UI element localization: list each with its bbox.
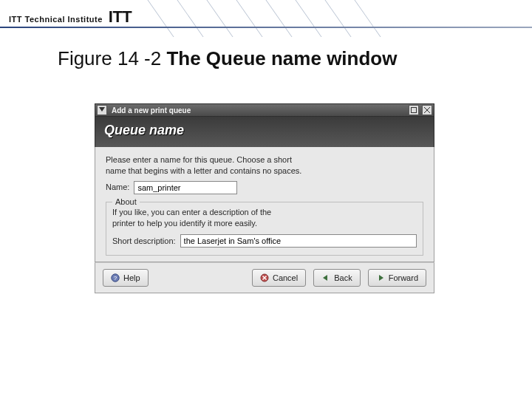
name-input[interactable] — [134, 181, 237, 194]
about-line-2: printer to help you identify it more eas… — [112, 218, 417, 229]
brand: ITT Technical Institute ITT — [9, 7, 132, 27]
brand-bar: ITT Technical Institute ITT — [0, 0, 532, 34]
cancel-button[interactable]: Cancel — [252, 269, 306, 287]
svg-marker-0 — [99, 107, 105, 112]
dialog-body: Please enter a name for this queue. Choo… — [95, 147, 434, 262]
svg-marker-10 — [379, 275, 383, 281]
brand-small-text: ITT Technical Institute — [9, 15, 103, 24]
forward-icon — [376, 273, 385, 282]
maximize-icon[interactable] — [409, 105, 419, 115]
brand-big-text: ITT — [109, 7, 132, 27]
desc-label: Short description: — [112, 236, 176, 247]
name-row: Name: — [106, 181, 423, 194]
dialog-header-title: Queue name — [104, 123, 425, 138]
decorative-slashes — [155, 0, 406, 37]
desc-input[interactable] — [180, 234, 417, 248]
cancel-button-label: Cancel — [273, 273, 298, 282]
caption-prefix: Figure 14 -2 — [58, 47, 166, 69]
help-button-label: Help — [123, 273, 140, 282]
dialog-footer: ? Help Cancel Back Forward — [95, 262, 434, 293]
svg-rect-1 — [412, 108, 417, 113]
name-label: Name: — [106, 182, 129, 193]
header-rule — [0, 27, 532, 28]
svg-text:?: ? — [114, 275, 117, 282]
caption-bold: The Queue name window — [166, 47, 397, 69]
svg-marker-9 — [323, 275, 327, 281]
back-icon — [321, 273, 330, 282]
forward-button-label: Forward — [389, 273, 418, 282]
dialog-header: Queue name — [95, 117, 434, 147]
about-line-1: If you like, you can enter a description… — [112, 207, 417, 218]
about-group: About If you like, you can enter a descr… — [106, 202, 423, 256]
dialog-window: Add a new print queue Queue name Please … — [95, 103, 434, 325]
cancel-icon — [260, 273, 269, 282]
about-legend: About — [112, 197, 140, 208]
help-icon: ? — [111, 273, 120, 282]
window-title: Add a new print queue — [110, 106, 406, 115]
back-button[interactable]: Back — [313, 269, 360, 287]
window-menu-icon[interactable] — [97, 105, 107, 115]
instruction-line-2: name that begins with a letter and conta… — [106, 166, 423, 177]
instruction-line-1: Please enter a name for this queue. Choo… — [106, 154, 423, 166]
figure-caption: Figure 14 -2 The Queue name window — [58, 47, 397, 70]
close-icon[interactable] — [422, 105, 432, 115]
titlebar: Add a new print queue — [95, 103, 434, 117]
help-button[interactable]: ? Help — [103, 269, 149, 287]
forward-button[interactable]: Forward — [368, 269, 426, 287]
desc-row: Short description: — [112, 234, 417, 248]
back-button-label: Back — [334, 273, 352, 282]
